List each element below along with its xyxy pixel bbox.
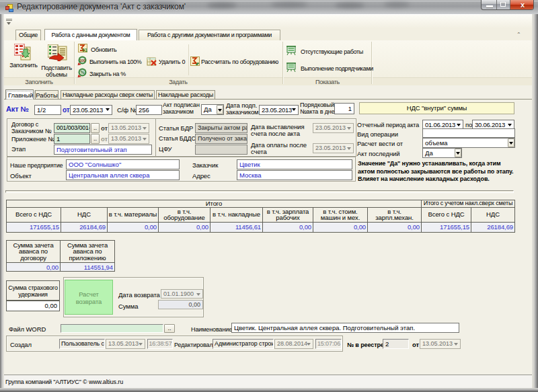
- svg-text:01: 01: [82, 48, 87, 52]
- svg-text:%: %: [81, 70, 85, 75]
- svg-text:100: 100: [79, 58, 85, 63]
